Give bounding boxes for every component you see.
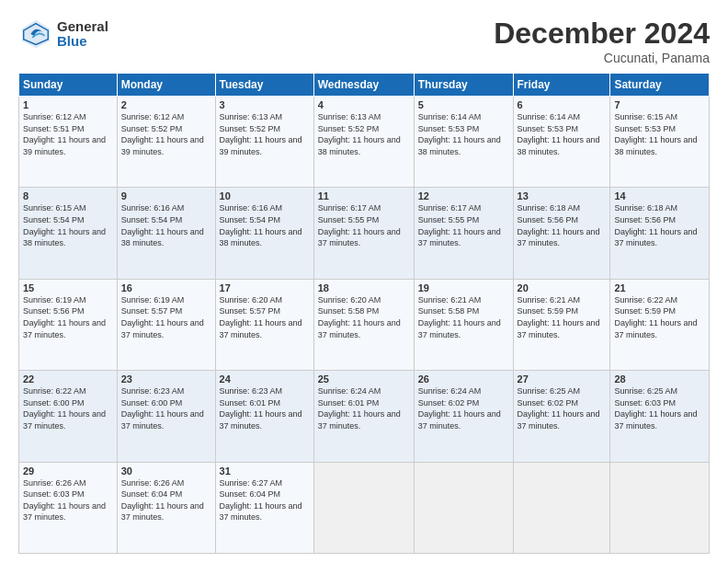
- day-number: 27: [518, 373, 607, 385]
- day-number: 8: [23, 190, 113, 201]
- day-number: 19: [418, 282, 509, 293]
- header: General Blue December 2024 Cucunati, Pan…: [18, 17, 710, 65]
- day-number: 12: [418, 190, 509, 201]
- calendar-cell: 10 Sunrise: 6:16 AM Sunset: 5:54 PM Dayl…: [215, 188, 313, 279]
- day-number: 30: [121, 465, 211, 477]
- days-header-row: Sunday Monday Tuesday Wednesday Thursday…: [19, 74, 710, 97]
- day-info: Sunrise: 6:19 AM Sunset: 5:57 PM Dayligh…: [121, 294, 211, 340]
- day-number: 20: [518, 282, 607, 293]
- day-info: Sunrise: 6:16 AM Sunset: 5:54 PM Dayligh…: [121, 202, 211, 248]
- page: General Blue December 2024 Cucunati, Pan…: [0, 0, 728, 563]
- calendar-body: 1 Sunrise: 6:12 AM Sunset: 5:51 PM Dayli…: [19, 97, 710, 554]
- calendar-cell: 16 Sunrise: 6:19 AM Sunset: 5:57 PM Dayl…: [117, 279, 215, 370]
- day-info: Sunrise: 6:23 AM Sunset: 6:01 PM Dayligh…: [220, 385, 310, 431]
- calendar-cell: 9 Sunrise: 6:16 AM Sunset: 5:54 PM Dayli…: [117, 188, 215, 279]
- day-number: 24: [220, 373, 310, 385]
- calendar-week-row: 1 Sunrise: 6:12 AM Sunset: 5:51 PM Dayli…: [19, 97, 710, 188]
- day-info: Sunrise: 6:26 AM Sunset: 6:04 PM Dayligh…: [121, 477, 211, 523]
- day-info: Sunrise: 6:15 AM Sunset: 5:53 PM Dayligh…: [614, 111, 705, 157]
- logo-icon: [18, 17, 53, 52]
- day-number: 2: [121, 99, 211, 110]
- calendar-cell: 27 Sunrise: 6:25 AM Sunset: 6:02 PM Dayl…: [513, 371, 610, 462]
- day-info: Sunrise: 6:25 AM Sunset: 6:03 PM Dayligh…: [614, 385, 705, 431]
- calendar-cell: 20 Sunrise: 6:21 AM Sunset: 5:59 PM Dayl…: [513, 279, 610, 370]
- calendar-cell: 7 Sunrise: 6:15 AM Sunset: 5:53 PM Dayli…: [610, 97, 710, 188]
- day-number: 9: [121, 190, 211, 201]
- day-info: Sunrise: 6:24 AM Sunset: 6:01 PM Dayligh…: [318, 385, 410, 431]
- calendar-cell: 2 Sunrise: 6:12 AM Sunset: 5:52 PM Dayli…: [117, 97, 215, 188]
- day-info: Sunrise: 6:27 AM Sunset: 6:04 PM Dayligh…: [220, 477, 310, 523]
- logo: General Blue: [18, 17, 108, 52]
- day-info: Sunrise: 6:13 AM Sunset: 5:52 PM Dayligh…: [220, 111, 310, 157]
- calendar-cell: [414, 462, 513, 553]
- calendar-cell: 12 Sunrise: 6:17 AM Sunset: 5:55 PM Dayl…: [414, 188, 513, 279]
- calendar-cell: 23 Sunrise: 6:23 AM Sunset: 6:00 PM Dayl…: [117, 371, 215, 462]
- location: Cucunati, Panama: [494, 51, 710, 65]
- calendar-week-row: 22 Sunrise: 6:22 AM Sunset: 6:00 PM Dayl…: [19, 371, 710, 462]
- day-info: Sunrise: 6:15 AM Sunset: 5:54 PM Dayligh…: [23, 202, 113, 248]
- header-saturday: Saturday: [610, 74, 710, 97]
- calendar-cell: 3 Sunrise: 6:13 AM Sunset: 5:52 PM Dayli…: [215, 97, 313, 188]
- day-info: Sunrise: 6:12 AM Sunset: 5:51 PM Dayligh…: [23, 111, 113, 157]
- calendar-cell: 17 Sunrise: 6:20 AM Sunset: 5:57 PM Dayl…: [215, 279, 313, 370]
- day-number: 6: [518, 99, 607, 110]
- calendar-cell: 30 Sunrise: 6:26 AM Sunset: 6:04 PM Dayl…: [117, 462, 215, 553]
- day-number: 5: [418, 99, 509, 110]
- day-number: 23: [121, 373, 211, 385]
- calendar-header: Sunday Monday Tuesday Wednesday Thursday…: [19, 74, 710, 97]
- calendar-cell: 6 Sunrise: 6:14 AM Sunset: 5:53 PM Dayli…: [513, 97, 610, 188]
- calendar-cell: 11 Sunrise: 6:17 AM Sunset: 5:55 PM Dayl…: [313, 188, 414, 279]
- day-info: Sunrise: 6:17 AM Sunset: 5:55 PM Dayligh…: [318, 202, 410, 248]
- day-number: 31: [220, 465, 310, 477]
- day-info: Sunrise: 6:26 AM Sunset: 6:03 PM Dayligh…: [23, 477, 113, 523]
- day-number: 22: [23, 373, 113, 385]
- header-wednesday: Wednesday: [313, 74, 414, 97]
- month-title: December 2024: [494, 17, 710, 51]
- day-info: Sunrise: 6:18 AM Sunset: 5:56 PM Dayligh…: [518, 202, 607, 248]
- header-sunday: Sunday: [19, 74, 118, 97]
- calendar-cell: 25 Sunrise: 6:24 AM Sunset: 6:01 PM Dayl…: [313, 371, 414, 462]
- day-info: Sunrise: 6:14 AM Sunset: 5:53 PM Dayligh…: [518, 111, 607, 157]
- day-info: Sunrise: 6:12 AM Sunset: 5:52 PM Dayligh…: [121, 111, 211, 157]
- calendar-cell: 5 Sunrise: 6:14 AM Sunset: 5:53 PM Dayli…: [414, 97, 513, 188]
- calendar-cell: 31 Sunrise: 6:27 AM Sunset: 6:04 PM Dayl…: [215, 462, 313, 553]
- day-number: 11: [318, 190, 410, 201]
- day-info: Sunrise: 6:22 AM Sunset: 6:00 PM Dayligh…: [23, 385, 113, 431]
- calendar-cell: 19 Sunrise: 6:21 AM Sunset: 5:58 PM Dayl…: [414, 279, 513, 370]
- day-number: 14: [614, 190, 705, 201]
- calendar-cell: 22 Sunrise: 6:22 AM Sunset: 6:00 PM Dayl…: [19, 371, 118, 462]
- day-info: Sunrise: 6:18 AM Sunset: 5:56 PM Dayligh…: [614, 202, 705, 248]
- calendar-cell: 8 Sunrise: 6:15 AM Sunset: 5:54 PM Dayli…: [19, 188, 118, 279]
- day-info: Sunrise: 6:20 AM Sunset: 5:57 PM Dayligh…: [220, 294, 310, 340]
- calendar-cell: 14 Sunrise: 6:18 AM Sunset: 5:56 PM Dayl…: [610, 188, 710, 279]
- calendar-cell: 24 Sunrise: 6:23 AM Sunset: 6:01 PM Dayl…: [215, 371, 313, 462]
- day-number: 7: [614, 99, 705, 110]
- calendar-cell: [610, 462, 710, 553]
- day-info: Sunrise: 6:20 AM Sunset: 5:58 PM Dayligh…: [318, 294, 410, 340]
- calendar-cell: 26 Sunrise: 6:24 AM Sunset: 6:02 PM Dayl…: [414, 371, 513, 462]
- logo-general: General: [57, 19, 108, 35]
- header-friday: Friday: [513, 74, 610, 97]
- day-number: 28: [614, 373, 705, 385]
- day-info: Sunrise: 6:24 AM Sunset: 6:02 PM Dayligh…: [418, 385, 509, 431]
- day-number: 18: [318, 282, 410, 293]
- calendar-cell: 15 Sunrise: 6:19 AM Sunset: 5:56 PM Dayl…: [19, 279, 118, 370]
- day-number: 10: [220, 190, 310, 201]
- calendar-cell: 13 Sunrise: 6:18 AM Sunset: 5:56 PM Dayl…: [513, 188, 610, 279]
- day-info: Sunrise: 6:21 AM Sunset: 5:59 PM Dayligh…: [518, 294, 607, 340]
- calendar-cell: 1 Sunrise: 6:12 AM Sunset: 5:51 PM Dayli…: [19, 97, 118, 188]
- calendar-cell: 21 Sunrise: 6:22 AM Sunset: 5:59 PM Dayl…: [610, 279, 710, 370]
- day-info: Sunrise: 6:19 AM Sunset: 5:56 PM Dayligh…: [23, 294, 113, 340]
- day-number: 16: [121, 282, 211, 293]
- day-number: 13: [518, 190, 607, 201]
- calendar-week-row: 15 Sunrise: 6:19 AM Sunset: 5:56 PM Dayl…: [19, 279, 710, 370]
- day-info: Sunrise: 6:23 AM Sunset: 6:00 PM Dayligh…: [121, 385, 211, 431]
- day-info: Sunrise: 6:14 AM Sunset: 5:53 PM Dayligh…: [418, 111, 509, 157]
- day-number: 3: [220, 99, 310, 110]
- calendar-cell: 4 Sunrise: 6:13 AM Sunset: 5:52 PM Dayli…: [313, 97, 414, 188]
- day-number: 26: [418, 373, 509, 385]
- day-info: Sunrise: 6:13 AM Sunset: 5:52 PM Dayligh…: [318, 111, 410, 157]
- header-tuesday: Tuesday: [215, 74, 313, 97]
- day-number: 21: [614, 282, 705, 293]
- calendar-cell: 29 Sunrise: 6:26 AM Sunset: 6:03 PM Dayl…: [19, 462, 118, 553]
